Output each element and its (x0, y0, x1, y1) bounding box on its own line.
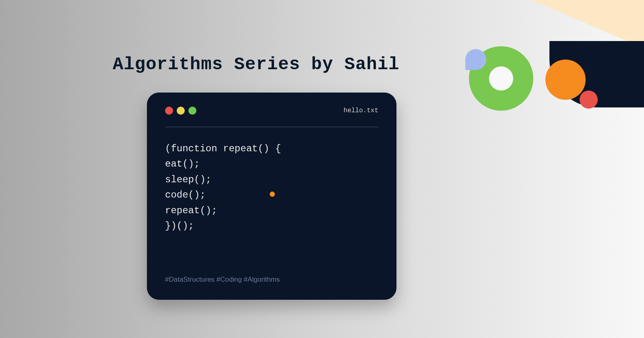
code-content: (function repeat() { eat(); sleep(); cod… (165, 141, 378, 234)
header-divider (165, 127, 378, 127)
filename-label: hello.txt (344, 107, 378, 114)
blue-drop-shape (465, 49, 486, 70)
maximize-icon (188, 107, 196, 115)
minimize-icon (177, 107, 185, 115)
code-line: })(); (165, 218, 378, 234)
close-icon (165, 107, 173, 115)
page-title: Algorithms Series by Sahil (113, 54, 400, 74)
hashtags-label: #DataStructures #Coding #Algorithms (165, 276, 280, 284)
code-line: (function repeat() { (165, 141, 378, 157)
red-circle-shape (580, 91, 598, 109)
code-line: eat(); (165, 157, 378, 172)
code-line: sleep(); (165, 172, 378, 188)
cursor-dot-icon (270, 192, 275, 197)
window-header: hello.txt (165, 107, 378, 115)
orange-circle-shape (545, 60, 586, 100)
window-controls (165, 107, 196, 115)
code-line: repeat(); (165, 203, 378, 218)
code-window: hello.txt (function repeat() { eat(); sl… (147, 93, 396, 300)
decorative-shapes (443, 0, 644, 141)
